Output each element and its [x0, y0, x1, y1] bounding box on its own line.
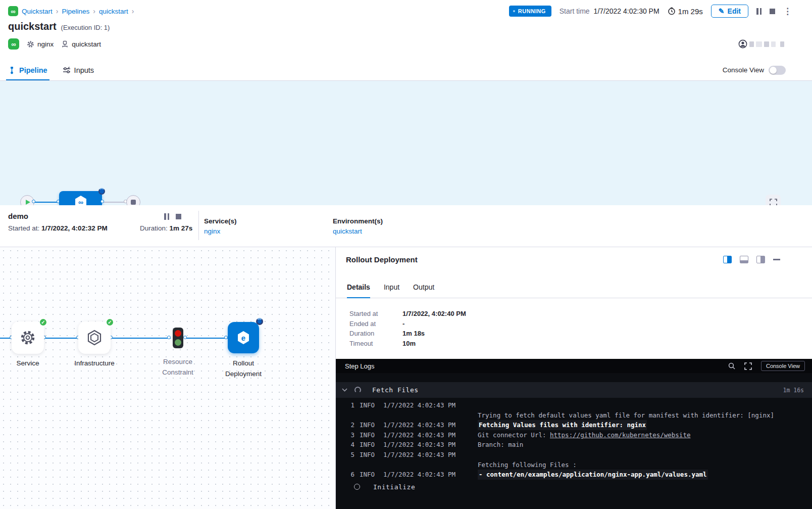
divider — [198, 211, 199, 240]
running-dot-icon — [513, 10, 515, 12]
stage-title: demo — [8, 212, 28, 220]
harness-cd-icon: ∞ — [8, 6, 18, 16]
step-label-resource-constraint: ResourceConstraint — [147, 356, 208, 378]
service-tag[interactable]: nginx — [27, 40, 54, 48]
success-check-icon: ✓ — [106, 318, 114, 327]
chevron-right-icon: › — [56, 7, 59, 15]
log-section-fetch-files[interactable]: Fetch Files 1m 16s — [336, 382, 812, 398]
step-label-rollout-deployment: RolloutDeployment — [213, 358, 274, 379]
log-line-continuation: Fetching following Files : — [336, 460, 812, 470]
minimize-panel-button[interactable] — [773, 259, 780, 260]
step-label-infrastructure: Infrastructure — [64, 358, 125, 368]
log-line: 5INFO1/7/2022 4:02:43 PM — [336, 450, 812, 460]
page-title: quickstart — [8, 21, 57, 32]
log-line: 2INFO1/7/2022 4:02:43 PMFetching Values … — [336, 420, 812, 430]
environment-icon — [61, 40, 69, 48]
execution-header: ∞ Quickstart › Pipelines › quickstart › … — [0, 0, 812, 60]
loading-spinner-icon — [354, 387, 361, 393]
log-line: 1INFO1/7/2022 4:02:43 PM — [336, 400, 812, 410]
console-view-button[interactable]: Console View — [761, 361, 805, 371]
detail-row: Started at1/7/2022, 4:02:40 PM — [349, 309, 466, 319]
elapsed-time: 1m 29s — [678, 7, 703, 16]
execution-id: (Execution ID: 1) — [61, 24, 110, 31]
detail-row: Ended at- — [349, 319, 466, 329]
environment-link[interactable]: quickstart — [333, 227, 383, 235]
execution-detail-area: ✓ ✓ e Service Infrastructure ResourceCon… — [0, 247, 812, 509]
console-view-toggle[interactable] — [769, 66, 786, 75]
tab-details[interactable]: Details — [347, 282, 370, 298]
started-at-label: Started at: — [8, 224, 39, 232]
chevron-right-icon: › — [132, 7, 134, 15]
success-check-icon: ✓ — [39, 318, 47, 327]
environment-tag[interactable]: quickstart — [61, 40, 101, 48]
stop-icon — [131, 200, 136, 205]
step-detail-title: Rollout Deployment — [346, 255, 418, 264]
log-section-name: Initialize — [373, 483, 415, 491]
harness-e-icon: e — [235, 330, 251, 346]
layout-minimized-panel-button[interactable] — [756, 256, 765, 263]
search-icon[interactable] — [728, 362, 735, 369]
stop-execution-button[interactable] — [770, 9, 775, 14]
duration-value: 1m 27s — [170, 224, 193, 232]
step-details-table: Started at1/7/2022, 4:02:40 PM Ended at-… — [349, 309, 466, 348]
stop-stage-button[interactable] — [176, 214, 181, 219]
redacted-username-block — [771, 41, 776, 47]
pause-stage-button[interactable] — [164, 213, 169, 220]
red-light-icon — [175, 330, 181, 337]
services-label: Service(s) — [204, 217, 237, 225]
tab-output[interactable]: Output — [413, 282, 434, 298]
detail-row: Timeout10m — [349, 339, 466, 349]
edge-connector-dot — [167, 336, 171, 339]
running-spinner-icon — [256, 318, 263, 325]
chevron-right-icon: › — [93, 7, 95, 15]
pipeline-graph-canvas[interactable]: ∞ demo + − — [0, 81, 812, 205]
expand-logs-icon[interactable] — [744, 362, 752, 370]
breadcrumb-pipelines[interactable]: Pipelines — [62, 8, 89, 15]
breadcrumb-project[interactable]: Quickstart — [22, 8, 53, 15]
chevron-down-icon — [342, 388, 347, 392]
tab-input[interactable]: Input — [384, 282, 399, 298]
view-tabbar: Pipeline Inputs Console View — [0, 60, 812, 81]
gear-icon — [27, 40, 34, 48]
edge-connector-dot — [100, 200, 104, 203]
breadcrumb-pipeline-name[interactable]: quickstart — [99, 8, 128, 15]
started-at-value: 1/7/2022, 4:02:32 PM — [41, 224, 108, 232]
edge-stage-to-end — [102, 202, 126, 203]
redacted-username-block — [780, 41, 784, 47]
step-logs-title: Step Logs — [345, 362, 375, 370]
layout-bottom-panel-button[interactable] — [740, 256, 748, 263]
clock-icon — [668, 7, 676, 15]
triggered-by-user — [738, 39, 784, 49]
edit-button[interactable]: ✎Edit — [711, 5, 748, 18]
more-options-button[interactable]: ⋮ — [783, 7, 792, 16]
cd-module-icon: ∞ — [8, 38, 19, 50]
step-edge — [111, 338, 171, 339]
step-node-service[interactable]: ✓ — [12, 321, 44, 354]
edge-connector-dot — [224, 336, 228, 339]
environments-label: Environment(s) — [333, 217, 383, 225]
log-line-continuation: Trying to fetch default values yaml file… — [336, 410, 812, 421]
step-edge — [185, 338, 228, 339]
breadcrumb: ∞ Quickstart › Pipelines › quickstart › — [8, 6, 134, 16]
start-time-label: Start time — [560, 7, 590, 15]
hexagon-icon — [86, 329, 103, 346]
step-node-resource-constraint[interactable] — [173, 328, 183, 348]
log-section-initialize[interactable]: Initialize — [336, 483, 812, 491]
step-node-rollout-deployment[interactable]: e — [228, 322, 259, 353]
step-node-infrastructure[interactable]: ✓ — [78, 321, 111, 354]
console-view-label: Console View — [723, 66, 764, 74]
tab-inputs[interactable]: Inputs — [63, 60, 94, 80]
duration-label: Duration: — [140, 224, 168, 232]
step-edge — [44, 338, 78, 339]
tab-pipeline[interactable]: Pipeline — [8, 60, 47, 80]
step-graph-canvas[interactable]: ✓ ✓ e Service Infrastructure ResourceCon… — [0, 247, 335, 509]
redacted-username-block — [764, 41, 769, 47]
service-link[interactable]: nginx — [204, 227, 237, 235]
log-link[interactable]: https://github.com/kubernetes/website — [550, 431, 690, 439]
layout-right-panel-button[interactable] — [723, 256, 732, 263]
inputs-icon — [63, 66, 71, 74]
pipeline-icon — [8, 66, 16, 74]
log-lines[interactable]: 1INFO1/7/2022 4:02:43 PM Trying to fetch… — [336, 400, 812, 491]
start-time-value: 1/7/2022 4:02:30 PM — [594, 7, 659, 15]
pause-execution-button[interactable] — [756, 8, 762, 15]
